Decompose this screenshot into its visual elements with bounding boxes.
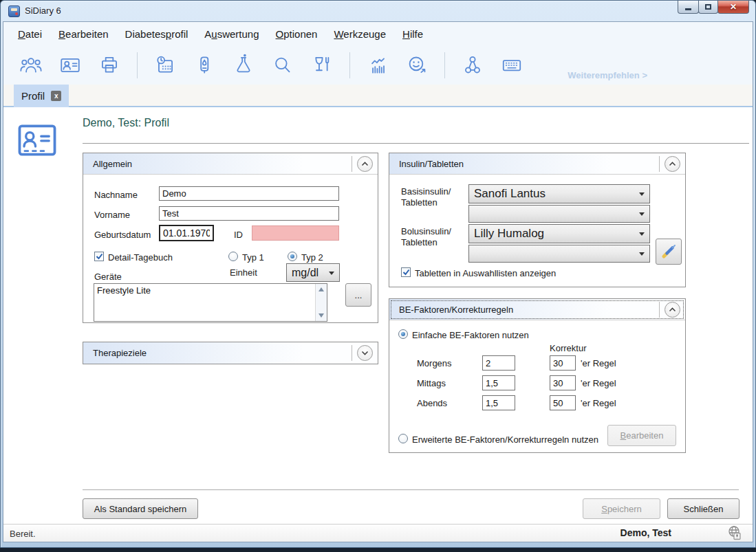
header-divider: [352, 345, 352, 361]
basisinsulin-combobox-1[interactable]: Sanofi Lantus: [468, 184, 650, 203]
menubar: Datei Bearbeiten Diabetesprofil Auswertu…: [3, 22, 753, 45]
schliessen-button[interactable]: Schließen: [667, 498, 739, 519]
maximize-icon: [705, 4, 711, 10]
toolbar-separator: [137, 52, 138, 78]
glucose-meter-icon[interactable]: [192, 53, 217, 78]
group-insulin-header: Insulin/Tabletten: [389, 153, 685, 175]
speichern-button[interactable]: Speichern: [583, 498, 660, 519]
minimize-icon: [685, 8, 691, 10]
bolusinsulin-combobox-2[interactable]: [468, 245, 650, 263]
geraete-listbox[interactable]: Freestyle Lite: [94, 283, 327, 322]
header-divider: [659, 302, 660, 318]
minimize-button[interactable]: [678, 1, 699, 14]
expand-down-button[interactable]: [357, 345, 373, 361]
morgens-faktor-input[interactable]: [482, 355, 515, 371]
status-text: Bereit.: [10, 529, 36, 539]
lab-flask-icon[interactable]: [231, 53, 256, 78]
footer-divider: [83, 489, 739, 490]
window-title: SiDiary 6: [25, 5, 61, 16]
basisinsulin-combobox-2[interactable]: [468, 205, 650, 223]
menu-datei[interactable]: Datei: [18, 28, 42, 40]
toolbar: Weiterempfehlen >: [3, 45, 753, 85]
header-divider: [659, 156, 660, 172]
header-divider: [352, 156, 352, 172]
printer-icon[interactable]: [97, 53, 122, 78]
id-input[interactable]: [252, 225, 339, 241]
geraete-list-item[interactable]: Freestyle Lite: [94, 284, 327, 297]
basisinsulin-value: Sanofi Lantus: [474, 187, 546, 201]
listbox-scrollbar[interactable]: [315, 284, 327, 321]
chevron-up-icon: [669, 162, 676, 166]
profile-card-big-icon: [18, 124, 56, 159]
collapse-up-button[interactable]: [665, 156, 680, 172]
scroll-up-icon[interactable]: [318, 287, 324, 291]
menu-werkzeuge[interactable]: Werkzeuge: [334, 28, 386, 40]
group-therapieziele-title: Therapieziele: [93, 348, 147, 358]
abends-regel-suffix: 'er Regel: [581, 398, 616, 408]
einfache-be-label: Einfache BE-Faktoren nutzen: [412, 330, 529, 340]
wellbeing-smiley-icon[interactable]: [404, 53, 429, 78]
morgens-korrektur-input[interactable]: [550, 355, 576, 371]
menu-bearbeiten[interactable]: Bearbeiten: [58, 28, 109, 40]
typ2-radio[interactable]: [288, 252, 297, 261]
statistics-icon[interactable]: [365, 53, 390, 78]
bolusinsulin-combobox-1[interactable]: Lilly Humalog: [468, 224, 650, 243]
collapse-up-button[interactable]: [357, 156, 373, 172]
morgens-label: Morgens: [417, 358, 452, 368]
typ1-radio[interactable]: [228, 252, 238, 261]
abends-korrektur-input[interactable]: [550, 395, 576, 410]
diary-calendar-icon[interactable]: [153, 53, 177, 78]
menu-auswertung[interactable]: Auswertung: [204, 28, 259, 40]
chevron-down-icon: [639, 212, 645, 216]
detail-tagebuch-checkbox[interactable]: [94, 252, 104, 261]
korrektur-label: Korrektur: [550, 343, 586, 353]
share-icon[interactable]: [460, 53, 485, 78]
insulin-pen-button[interactable]: [656, 239, 682, 265]
basisinsulin-label-line2: Tabletten: [401, 197, 438, 208]
group-insulin: Insulin/Tabletten Basisinsulin/ Tablette…: [389, 153, 686, 287]
profile-card-icon[interactable]: [58, 53, 83, 78]
scroll-down-icon[interactable]: [318, 313, 324, 318]
menu-hilfe[interactable]: Hilfe: [402, 28, 423, 40]
nachname-input[interactable]: [159, 186, 339, 201]
geburtsdatum-label: Geburtsdatum: [94, 230, 151, 240]
vorname-input[interactable]: [159, 206, 339, 221]
chevron-up-icon: [361, 162, 369, 166]
page-title: Demo, Test: Profil: [83, 117, 169, 129]
tabletten-anzeigen-checkbox[interactable]: [401, 267, 411, 277]
vorname-label: Vorname: [94, 210, 130, 220]
statusbar: Bereit. Demo, Test: [3, 524, 753, 542]
tab-close-icon[interactable]: x: [51, 91, 61, 101]
collapse-up-button[interactable]: [665, 302, 680, 318]
maximize-button[interactable]: [698, 1, 718, 14]
toolbar-separator: [444, 52, 445, 78]
profile-page: Demo, Test: Profil Allgemein Nachname Vo…: [3, 107, 753, 524]
bearbeiten-button[interactable]: Bearbeiten: [607, 425, 676, 446]
abends-faktor-input[interactable]: [482, 395, 515, 410]
patients-icon[interactable]: [19, 53, 43, 78]
geraete-more-button[interactable]: ...: [345, 283, 371, 307]
einheit-combobox[interactable]: mg/dl: [286, 263, 340, 282]
chevron-down-icon: [329, 272, 334, 275]
keyboard-icon[interactable]: [499, 53, 524, 78]
chevron-down-icon: [361, 351, 369, 355]
group-therapieziele: Therapieziele: [83, 342, 378, 364]
desktop: SiDiary 6 ✕ Datei Bearbeiten Diabetespro…: [0, 0, 756, 552]
id-label: ID: [234, 230, 243, 240]
close-button[interactable]: ✕: [717, 1, 749, 14]
tab-profil[interactable]: Profil x: [14, 85, 69, 107]
status-current-user: Demo, Test: [620, 527, 671, 538]
mittags-korrektur-input[interactable]: [550, 375, 576, 390]
mittags-faktor-input[interactable]: [482, 375, 515, 390]
weiterempfehlen-link[interactable]: Weiterempfehlen >: [568, 70, 647, 80]
nutrition-icon[interactable]: [310, 53, 334, 78]
menu-diabetesprofil[interactable]: Diabetesprofil: [125, 28, 188, 40]
einheit-value: mg/dl: [292, 267, 318, 279]
einfache-be-radio[interactable]: [398, 329, 408, 339]
search-icon[interactable]: [270, 53, 295, 78]
menu-optionen[interactable]: Optionen: [276, 28, 318, 40]
als-standard-speichern-button[interactable]: Als Standard speichern: [83, 498, 198, 519]
erweiterte-be-radio[interactable]: [398, 434, 408, 443]
geburtsdatum-input[interactable]: [159, 225, 214, 241]
group-be-header: BE-Faktoren/Korrekturregeln: [389, 299, 685, 320]
